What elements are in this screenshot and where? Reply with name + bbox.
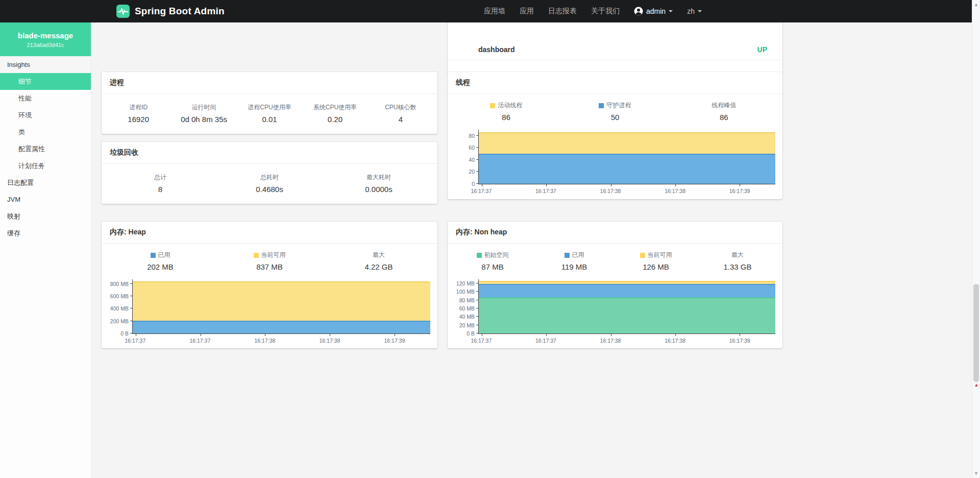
metric-label: 活动线程 <box>452 101 560 110</box>
language-label: zh <box>687 7 695 15</box>
metric-value: 86 <box>670 113 778 122</box>
y-tick-label: 80 <box>469 133 475 139</box>
sidebar-item-insights[interactable]: 性能 <box>0 90 91 107</box>
chevron-down-icon <box>669 10 673 14</box>
metric-value: 0.20 <box>302 115 368 124</box>
metric-value: 16920 <box>106 115 171 124</box>
sidebar-item-insights[interactable]: 类 <box>0 124 91 140</box>
metric-label: 总耗时 <box>215 173 324 182</box>
scrollbar-up-arrow-icon[interactable]: ▲ <box>972 2 980 7</box>
brand-link[interactable]: Spring Boot Admin <box>116 0 225 22</box>
nav-item[interactable]: 日志报表 <box>548 7 577 16</box>
metric-value: 86 <box>452 113 560 122</box>
metric-label: 已用 <box>106 251 215 259</box>
y-tick-label: 0 B <box>467 330 475 337</box>
health-row-dashboard[interactable]: dashboard UP <box>448 45 782 60</box>
nav-item[interactable]: 应用墙 <box>484 7 505 16</box>
page-scrollbar[interactable]: ▲ ▲ ▼ <box>972 0 980 478</box>
y-tick-label: 20 MB <box>459 322 475 328</box>
metric: 当前可用837 MB <box>215 251 324 271</box>
metric: 运行时间0d 0h 8m 35s <box>171 103 236 124</box>
scrollbar-down-arrow-icon[interactable]: ▼ <box>972 471 980 476</box>
x-tick-label: 16:17:38 <box>254 338 275 344</box>
y-tick <box>476 183 479 184</box>
x-tick-label: 16:17:38 <box>600 338 621 344</box>
gc-card-title: 垃圾回收 <box>102 142 437 164</box>
memory-nonheap-card: 内存: Non heap 初始空间87 MB已用119 MB当前可用126 MB… <box>448 222 782 348</box>
x-tick-label: 16:17:38 <box>665 338 685 344</box>
metric: 总计8 <box>106 173 215 194</box>
legend-swatch-icon <box>599 103 604 108</box>
sidebar-group-insights[interactable]: Insights <box>0 56 91 73</box>
x-tick-label: 16:17:38 <box>319 338 340 344</box>
metric-label: 已用 <box>533 251 615 259</box>
nav-item[interactable]: 应用 <box>520 7 534 16</box>
metric: 进程ID16920 <box>106 103 171 124</box>
sidebar-item-insights[interactable]: 环境 <box>0 107 91 124</box>
memory-heap-legend: 已用202 MB当前可用837 MB最大4.22 GB <box>102 244 437 276</box>
sidebar-item[interactable]: JVM <box>0 191 91 208</box>
user-menu[interactable]: admin <box>634 7 673 16</box>
memory-heap-chart: 0 B200 MB400 MB600 MB800 MB16:17:3716:17… <box>110 279 430 345</box>
language-menu[interactable]: zh <box>687 7 702 15</box>
x-tick-label: 16:17:39 <box>729 338 750 344</box>
status-badge: UP <box>757 45 767 54</box>
sidebar-item[interactable]: 日志配置 <box>0 174 91 191</box>
y-tick-label: 60 MB <box>459 305 475 312</box>
area-series <box>479 297 775 333</box>
y-tick <box>130 321 133 321</box>
scrollbar-thumb[interactable] <box>973 284 979 382</box>
x-tick-label: 16:17:37 <box>125 338 145 344</box>
y-tick <box>130 333 133 333</box>
x-tick-label: 16:17:37 <box>471 338 492 344</box>
x-tick-label: 16:17:39 <box>384 338 405 344</box>
metric: 最大4.22 GB <box>324 251 433 271</box>
sidebar-item-insights[interactable]: 配置属性 <box>0 140 91 157</box>
legend-swatch-icon <box>151 253 156 258</box>
y-tick <box>476 333 479 333</box>
metric-value: 4.22 GB <box>324 262 433 271</box>
x-tick-label: 16:17:37 <box>535 338 556 344</box>
metric: 总耗时0.4680s <box>215 173 324 194</box>
user-avatar-icon <box>634 7 643 16</box>
y-tick <box>476 308 479 308</box>
metric-value: 0.0000s <box>324 185 433 194</box>
metric-label: 线程峰值 <box>670 101 778 110</box>
threads-x-axis-labels: 16:17:3716:17:3716:17:3816:17:3816:17:39 <box>478 184 775 196</box>
metric-label: 守护进程 <box>560 101 669 110</box>
y-tick <box>476 159 479 160</box>
metric: 已用202 MB <box>106 251 215 271</box>
y-tick-label: 40 MB <box>459 314 475 320</box>
y-tick-label: 400 MB <box>110 305 129 312</box>
instance-header[interactable]: blade-message 213a6ad3d41c <box>0 22 91 56</box>
sidebar-item[interactable]: 映射 <box>0 208 91 225</box>
metric-label: 最大 <box>697 251 778 259</box>
sidebar-item[interactable]: 缓存 <box>0 225 91 242</box>
metric-value: 119 MB <box>533 262 615 271</box>
nav-item[interactable]: 关于我们 <box>591 7 620 16</box>
memory-nonheap-chart: 0 B20 MB40 MB60 MB80 MB100 MB120 MB16:17… <box>456 279 775 345</box>
metric-value: 0d 0h 8m 35s <box>171 115 236 124</box>
sidebar-item-active[interactable]: 细节 <box>0 73 91 90</box>
metric-value: 126 MB <box>615 262 697 271</box>
y-tick <box>476 171 479 172</box>
y-tick-label: 600 MB <box>110 293 129 299</box>
gc-card: 垃圾回收 总计8总耗时0.4680s最大耗时0.0000s <box>102 142 437 204</box>
brand-title: Spring Boot Admin <box>135 6 225 17</box>
metric-value: 87 MB <box>452 262 533 271</box>
legend-swatch-icon <box>565 253 570 258</box>
legend-swatch-icon <box>254 253 259 258</box>
y-tick <box>130 296 133 296</box>
memory-nonheap-legend: 初始空间87 MB已用119 MB当前可用126 MB最大1.33 GB <box>448 244 782 276</box>
nonheap-plot-area: 0 B20 MB40 MB60 MB80 MB100 MB120 MB <box>478 279 775 334</box>
y-tick-label: 20 <box>469 169 475 175</box>
scrollbar-marker-icon: ▲ <box>974 382 979 388</box>
legend-swatch-icon <box>640 253 645 258</box>
sidebar-item-insights[interactable]: 计划任务 <box>0 157 91 174</box>
metric-label: 进程CPU使用率 <box>237 103 302 112</box>
metric-value: 0.4680s <box>215 185 324 194</box>
metric: 系统CPU使用率0.20 <box>302 103 368 124</box>
process-card-title: 进程 <box>102 72 437 94</box>
metric-value: 50 <box>560 113 669 122</box>
heap-plot-area: 0 B200 MB400 MB600 MB800 MB <box>132 279 430 334</box>
